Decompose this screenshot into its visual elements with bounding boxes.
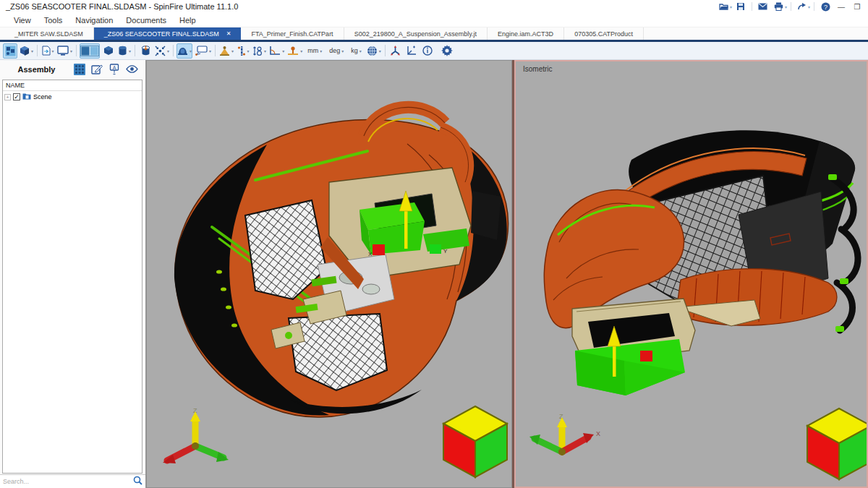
length-units-dropdown[interactable]: mm ▾	[305, 43, 325, 59]
edit-markup-icon[interactable]	[90, 64, 103, 75]
titlebar-separator-2	[791, 2, 791, 11]
tree-item-scene[interactable]: + ✓ Scene	[3, 91, 142, 103]
svg-text:?: ?	[823, 3, 827, 10]
titlebar-separator	[752, 2, 752, 11]
navigation-cube-right[interactable]	[804, 407, 868, 481]
gizmo-x-handle[interactable]	[373, 244, 385, 255]
assembly-browser-button[interactable]	[3, 43, 17, 59]
menu-tools[interactable]: Tools	[38, 16, 69, 25]
display-mode-button[interactable]: ▾	[56, 43, 73, 59]
search-icon[interactable]	[133, 475, 142, 488]
scene-checkbox[interactable]: ✓	[13, 93, 20, 100]
angle-measure-button[interactable]: ▾	[268, 43, 285, 59]
svg-text:X: X	[596, 430, 600, 437]
assembly-tree: NAME + ✓ Scene	[2, 80, 142, 474]
navigation-cube-left[interactable]	[441, 405, 510, 479]
open-caret[interactable]: ▾	[730, 4, 732, 9]
document-tab-bar: _MITER SAW.SLDASM _ZS06 SEASCOOTER FINAL…	[0, 27, 868, 40]
menu-navigation[interactable]: Navigation	[69, 16, 119, 25]
menu-help[interactable]: Help	[173, 16, 203, 25]
title-bar: _ZS06 SEASCOOTER FINAL.SLDASM - SpinFire…	[0, 0, 868, 13]
gizmo-x-label: X	[368, 251, 373, 257]
settings-gear-button[interactable]	[440, 43, 454, 59]
menu-view[interactable]: View	[7, 16, 38, 25]
cylinder-button[interactable]: ▾	[117, 43, 132, 59]
viewport-left[interactable]: X Y Z	[146, 60, 512, 488]
menu-bar: View Tools Navigation Documents Help	[0, 13, 868, 27]
light-source-button[interactable]: ▾	[218, 43, 234, 59]
axis-triad-left: Z	[158, 404, 231, 480]
share-caret[interactable]: ▾	[808, 4, 810, 9]
label-annotation-icon[interactable]: A	[108, 64, 121, 75]
dimension-button[interactable]: ▾	[252, 43, 267, 59]
import-document-button[interactable]: ▾	[41, 43, 55, 59]
tab-engine[interactable]: Engine.iam.ACT3D	[488, 27, 564, 40]
search-bar	[0, 474, 145, 488]
help-icon[interactable]: ?	[817, 1, 833, 12]
tree-item-label: Scene	[33, 93, 52, 100]
viewport-right[interactable]: Isometric	[514, 60, 868, 488]
tab-suspension[interactable]: S002_219800_A_Suspension_Assembly.jt	[344, 27, 488, 40]
gizmo-x-handle-right[interactable]	[640, 351, 652, 361]
visibility-eye-icon[interactable]	[125, 64, 138, 75]
mass-units-dropdown[interactable]: kg ▾	[348, 43, 365, 59]
restore-button[interactable]: ❐	[849, 3, 865, 11]
gizmo-y-label: Y	[443, 248, 448, 254]
email-icon[interactable]	[755, 1, 771, 12]
main-area: Assembly A NAME + ✓	[0, 60, 868, 488]
toolbar-separator-6	[385, 45, 386, 56]
solid-cube-button[interactable]	[101, 43, 116, 59]
tab-close-icon[interactable]: ✕	[226, 30, 231, 37]
toolbar-separator-4	[173, 45, 174, 56]
toolbar-separator	[37, 45, 38, 56]
fit-view-button[interactable]: ▾	[154, 43, 170, 59]
markup-callout-button[interactable]: ▾	[194, 43, 212, 59]
search-input[interactable]	[3, 478, 133, 485]
minimize-button[interactable]: —	[833, 3, 849, 11]
save-icon[interactable]	[733, 1, 749, 12]
measure-ruler-button[interactable]: ▾	[236, 43, 250, 59]
axis-triad-right: Z X	[526, 408, 605, 481]
globe-button[interactable]: ▾	[366, 43, 382, 59]
svg-text:A: A	[113, 65, 116, 70]
coordinate-system-button[interactable]	[404, 43, 419, 59]
assembly-panel: Assembly A NAME + ✓	[0, 60, 146, 488]
orientation-cube-button[interactable]: ▾	[19, 43, 34, 59]
viewport-layout-button[interactable]	[80, 43, 100, 59]
panel-title: Assembly	[0, 65, 73, 74]
gizmo-y-handle[interactable]	[430, 244, 441, 254]
print-caret[interactable]: ▾	[785, 4, 787, 9]
expand-icon[interactable]: +	[4, 94, 11, 100]
tab-fta-primer[interactable]: FTA_Primer_Finish.CATPart	[241, 27, 344, 40]
titlebar-separator-3	[814, 2, 814, 11]
datum-button[interactable]: ▾	[286, 43, 303, 59]
viewport-area: X Y Z Isometric	[146, 60, 868, 488]
menu-documents[interactable]: Documents	[119, 16, 173, 25]
render-style-button[interactable]: ▾	[176, 43, 192, 59]
folder-icon	[22, 93, 31, 101]
main-toolbar: ▾ ▾ ▾ ▾ ▾ ▾ ▾ ▾ ▾	[0, 42, 868, 60]
toolbar-separator-5	[215, 45, 216, 56]
angle-units-dropdown[interactable]: deg ▾	[326, 43, 346, 59]
toolbar-separator-3	[135, 45, 135, 56]
tab-seascooter-active[interactable]: _ZS06 SEASCOOTER FINAL.SLDASM ✕	[94, 27, 242, 40]
assembly-panel-header: Assembly A	[0, 60, 145, 78]
grid-view-icon[interactable]	[73, 64, 86, 75]
tab-catproduct[interactable]: 070305.CATProduct	[564, 27, 644, 40]
panel-tools: A	[73, 64, 145, 75]
cross-section-button[interactable]	[138, 43, 153, 59]
window-title: _ZS06 SEASCOOTER FINAL.SLDASM - SpinFire…	[3, 2, 238, 11]
toolbar-separator-2	[76, 45, 77, 56]
info-button[interactable]	[420, 43, 435, 59]
tab-miter-saw[interactable]: _MITER SAW.SLDASM	[4, 27, 94, 40]
tree-column-header: NAME	[3, 80, 142, 91]
axis-triad-button[interactable]	[388, 43, 403, 59]
